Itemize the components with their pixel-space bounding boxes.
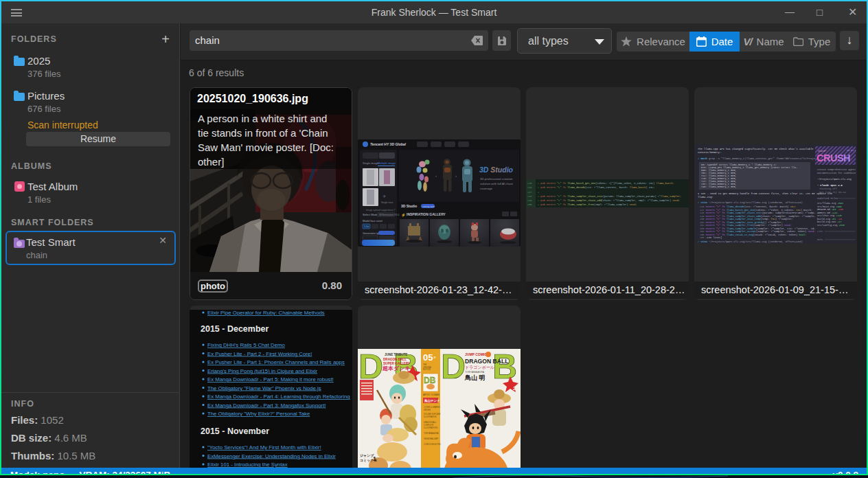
svg-text:+ pub extern "c" fn llama_batc: + pub extern "c" fn llama_batch_get_one(… [538, 182, 674, 185]
svg-text:The llama.cpp API has changed: The llama.cpp API has changed significan… [698, 148, 820, 150]
svg-text:context/memory:: context/memory: [698, 151, 721, 154]
svg-text:2015 - December: 2015 - December [201, 324, 269, 334]
svg-text:146 extern "c" fn llama_decod: 146 extern "c" fn llama_decode(ctx: ?*Co… [700, 205, 796, 208]
svg-text:Erlang's Ping Pong (tut15) in: Erlang's Ping Pong (tut15) in Clojure an… [207, 368, 318, 374]
svg-text:src/main.zig +999: src/main.zig +999 [817, 205, 842, 208]
svg-text:~/Projects/qwen-vl2-zig: ~/Projects/qwen-vl2-zig [817, 178, 852, 181]
svg-text:154 extern "c" fn llama_sampl: 154 extern "c" fn llama_sampler_accept(s… [700, 230, 815, 233]
svg-text:I see - need to get memory han: I see - need to get memory handle from c… [698, 192, 833, 195]
svg-text:156 …C38 lines]: 156 …C38 lines] [700, 236, 722, 239]
svg-text:TORIYAMA AKIRA: TORIYAMA AKIRA [465, 371, 485, 374]
svg-text:ORIGINAL: ORIGINAL [423, 366, 432, 369]
svg-text:✓ View ~/Projects/qwen-vl2-zig: ✓ View ~/Projects/qwen-vl2-zig/src/llama… [698, 240, 803, 243]
svg-text:ILLUSTRATIONS: ILLUSTRATIONS [424, 426, 437, 429]
svg-text:RCPs: RCPs [817, 238, 823, 241]
svg-text:152 extern "c" fn llama_sampl: 152 extern "c" fn llama_sampler_free(sam… [700, 224, 792, 227]
svg-text:The Obligatory "Flame War" Pho: The Obligatory "Flame War" Phoenix vs No… [207, 385, 321, 391]
svg-text:Ex Manga Downloadr - Part 4: L: Ex Manga Downloadr - Part 4: Learning th… [207, 394, 350, 400]
svg-text:153 extern "c" fn llama_sampl: 153 extern "c" fn llama_sampler_sample(s… [700, 227, 815, 230]
svg-text:148 extern "c" fn llama_sampl: 148 extern "c" fn llama_sampler_chain_in… [700, 212, 815, 214]
svg-text:• Claude Opus 4.5: • Claude Opus 4.5 [817, 184, 843, 187]
svg-text:src/llama.zig +598: src/llama.zig +598 [817, 202, 843, 205]
svg-text:COVER & GRAPHIC: COVER & GRAPHIC [424, 406, 440, 409]
svg-text:247: 247 [527, 191, 532, 194]
svg-text:COMICS SELECTED: COMICS SELECTED [424, 443, 441, 446]
svg-text:COMPLETE: COMPLETE [424, 424, 434, 426]
svg-text:Elixir 101 - Introducing the S: Elixir 101 - Introducing the Syntax [207, 462, 288, 468]
svg-text:+ pub extern "c" fn llama_samp: + pub extern "c" fn llama_sampler_chain_… [538, 199, 680, 202]
svg-text:+: + [538, 191, 539, 194]
svg-text:248: 248 [527, 195, 532, 198]
svg-text:+ pub extern "c" fn llama_deco: + pub extern "c" fn llama_decode(ctx: ?*… [538, 186, 654, 189]
svg-text:Elixir Pipe Operator for Ruby:: Elixir Pipe Operator for Ruby: Chainable… [207, 310, 325, 316]
svg-text:ARTIST: DOMAIN: ARTIST: DOMAIN [423, 394, 439, 396]
svg-text:147 extern "c" fn llama_batch: 147 extern "c" fn llama_batch_get_one(to… [700, 209, 812, 212]
svg-text:✓ Bash grep -n "llama_memory_t: ✓ Bash grep -n "llama_memory_t|llama_con… [698, 157, 830, 160]
svg-text:D: D [441, 349, 466, 386]
svg-text:250: 250 [527, 203, 532, 206]
svg-text:TORIYAMA AKIRA: TORIYAMA AKIRA [424, 432, 439, 435]
svg-text:+ pub extern "c" fn llama_samp: + pub extern "c" fn llama_sampler_chain_… [538, 195, 681, 198]
svg-text:The Obligatory "Why Elixir?" P: The Obligatory "Why Elixir?" Personal Ta… [207, 411, 310, 417]
svg-text:build.zig +51 -43: build.zig +51 -43 [817, 218, 842, 220]
svg-text:149 extern "c" fn llama_sampl: 149 extern "c" fn llama_sampler_chain_ad… [700, 215, 815, 218]
svg-text:SHUEISHA JUMP: SHUEISHA JUMP [424, 437, 438, 440]
svg-text:Fixing DHH's Rails 5 Chat Demo: Fixing DHH's Rails 5 Chat Demo [207, 342, 286, 348]
svg-text:DB: DB [424, 376, 436, 385]
svg-text:ILLUSTRATION: ILLUSTRATION [424, 416, 437, 418]
svg-text:AGENTS.md +144: AGENTS.md +144 [817, 212, 837, 214]
svg-text:Ex Pusher Lite - Part 1: Phoen: Ex Pusher Lite - Part 1: Phoenix Channel… [207, 359, 345, 365]
svg-text:Create Comprehensive Agent: Create Comprehensive Agent [817, 168, 856, 171]
svg-text:ExMessenger Exercise: Understa: ExMessenger Exercise: Understanding Node… [207, 453, 336, 459]
svg-text:Ex Manga Downloadr - Part 3: M: Ex Manga Downloadr - Part 3: Mangafox Su… [207, 402, 326, 409]
svg-text:巻: 巻 [433, 356, 436, 359]
svg-text:build.zig.zon +17: build.zig.zon +17 [817, 220, 842, 223]
svg-text:✓ View ~/Projects/qwen-vl2-zig: ✓ View ~/Projects/qwen-vl2-zig/src/llama… [698, 201, 803, 204]
svg-text:B: B [492, 349, 517, 386]
svg-text:README.md +93 -160: README.md +93 -160 [817, 208, 843, 211]
svg-text:"Yocto Services"! And My First: "Yocto Services"! And My First Month wit… [207, 444, 321, 451]
svg-text:+ pub extern "c" fn llama_samp: + pub extern "c" fn llama_sampler_free(s… [538, 203, 637, 206]
svg-text:Thinking Off: Thinking Off [819, 187, 837, 190]
svg-text:05: 05 [423, 352, 433, 363]
svg-text:DRAGON BALL: DRAGON BALL [465, 358, 509, 365]
svg-text:JUNE TRIBUTE: JUNE TRIBUTE [385, 353, 407, 356]
svg-text:Ex Manga Downloadr - Part 5: M: Ex Manga Downloadr - Part 5: Making it m… [207, 376, 334, 383]
svg-text:CRUSH: CRUSH [816, 152, 850, 163]
svg-text:1: 1 [373, 455, 376, 462]
svg-text:246: 246 [527, 186, 532, 189]
svg-text:249: 249 [527, 199, 532, 202]
svg-text:ドラゴンボール: ドラゴンボール [465, 365, 495, 369]
svg-text:鳥山 明: 鳥山 明 [464, 374, 486, 381]
svg-text:src/chat.zig +145: src/chat.zig +145 [817, 214, 842, 217]
svg-text:245: 245 [527, 182, 532, 185]
svg-text:Ex Pusher Lite - Part 2 - Firs: Ex Pusher Lite - Part 2 - First Working … [207, 351, 312, 357]
svg-text:DRAGON BALL: DRAGON BALL [383, 358, 407, 361]
svg-text:746: llama_memory_t: 746: llama_memory_t mem, [701, 185, 737, 188]
svg-text:2: 2 [513, 385, 516, 391]
svg-text:151 extern "c" fn llama_sampl: 151 extern "c" fn llama_sampler_init_gre… [700, 221, 783, 224]
svg-text:LSPs: LSPs [817, 230, 823, 233]
svg-text:Documentation for Codebase: Documentation for Codebase [817, 172, 856, 174]
svg-text:VOLUME SLIPCASE: VOLUME SLIPCASE [424, 413, 441, 416]
svg-text:150 extern "c" fn llama_sampl: 150 extern "c" fn llama_sampler_init_tem… [700, 218, 793, 220]
svg-text:THE: THE [423, 363, 426, 366]
svg-text:82% (192.7K) $8.84: 82% (192.7K) $8.84 [819, 191, 846, 194]
svg-text:src/config.zig +536: src/config.zig +536 [817, 224, 845, 227]
svg-text:v0.32.1: v0.32.1 [847, 149, 856, 152]
svg-text:超本ダンキ: 超本ダンキ [382, 365, 411, 372]
svg-text:DRAGON BALL: DRAGON BALL [424, 421, 437, 424]
svg-text:155 extern "c" fn llama_vocab: 155 extern "c" fn llama_vocab_is_eog(voc… [700, 234, 806, 236]
svg-text:DESIGN: DESIGN [424, 409, 431, 411]
svg-text:EDITION: EDITION [423, 368, 431, 371]
svg-text:llama.zig:: llama.zig: [698, 196, 713, 198]
svg-text:2015 - November: 2015 - November [201, 426, 269, 436]
